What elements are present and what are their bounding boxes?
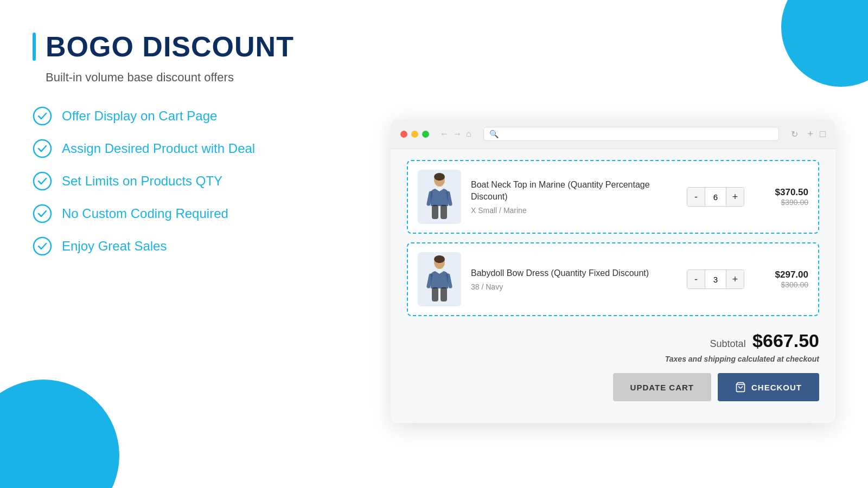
item-babydoll-price-original: $300.00 — [754, 280, 808, 289]
item-babydoll-qty-input[interactable] — [705, 269, 726, 289]
item-babydoll-qty-minus[interactable]: - — [687, 269, 705, 289]
browser-dots — [400, 131, 429, 138]
cart-icon — [735, 382, 746, 393]
item-boat-neck-qty-minus[interactable]: - — [687, 187, 705, 207]
item-boat-neck: Boat Neck Top in Marine (Quantity Percen… — [407, 160, 819, 234]
item-boat-neck-price-original: $390.00 — [754, 198, 808, 207]
svg-point-0 — [34, 107, 51, 125]
browser-nav: ← → ⌂ — [440, 129, 471, 139]
browser-share[interactable]: □ — [820, 129, 826, 140]
svg-point-6 — [434, 173, 445, 181]
svg-rect-7 — [432, 205, 438, 219]
dot-green[interactable] — [422, 131, 429, 138]
feature-no-coding-label: No Custom Coding Required — [62, 206, 228, 221]
feature-great-sales-label: Enjoy Great Sales — [62, 239, 167, 254]
svg-point-3 — [34, 205, 51, 222]
browser-plus[interactable]: + — [808, 129, 814, 140]
cart-buttons: UPDATE CART CHECKOUT — [407, 373, 819, 401]
nav-home[interactable]: ⌂ — [466, 129, 471, 139]
item-boat-neck-details: Boat Neck Top in Marine (Quantity Percen… — [471, 179, 677, 215]
feature-no-coding: No Custom Coding Required — [33, 204, 336, 223]
update-cart-button[interactable]: UPDATE CART — [613, 373, 711, 401]
page-title: BOGO DISCOUNT — [46, 33, 294, 61]
checkout-label: CHECKOUT — [751, 383, 802, 392]
feature-offer-display-label: Offer Display on Cart Page — [62, 108, 217, 124]
item-boat-neck-image — [418, 170, 461, 224]
checkout-button[interactable]: CHECKOUT — [718, 373, 819, 401]
nav-back[interactable]: ← — [440, 129, 449, 139]
item-babydoll-name: Babydoll Bow Dress (Quantity Fixed Disco… — [471, 267, 677, 279]
browser-addressbar[interactable]: 🔍 — [483, 127, 779, 141]
deco-circle-bottom-left — [0, 380, 119, 488]
browser-actions: + □ — [808, 129, 826, 140]
deco-circle-top-right — [781, 0, 868, 87]
search-icon: 🔍 — [489, 130, 499, 138]
item-boat-neck-name: Boat Neck Top in Marine (Quantity Percen… — [471, 179, 677, 203]
feature-offer-display: Offer Display on Cart Page — [33, 106, 336, 126]
browser-refresh[interactable]: ↻ — [791, 129, 798, 139]
item-boat-neck-price: $370.50$390.00 — [754, 187, 808, 207]
check-icon — [33, 106, 52, 126]
feature-set-limits-label: Set Limits on Products QTY — [62, 174, 222, 189]
svg-point-10 — [434, 255, 445, 263]
browser-topbar: ← → ⌂ 🔍 ↻ + □ — [391, 119, 835, 149]
item-boat-neck-variant: X Small / Marine — [471, 206, 677, 215]
check-icon — [33, 139, 52, 158]
svg-rect-8 — [441, 205, 447, 219]
title-accent — [33, 33, 36, 61]
item-boat-neck-qty-plus[interactable]: + — [726, 187, 744, 207]
cart-content: Boat Neck Top in Marine (Quantity Percen… — [391, 149, 835, 407]
svg-rect-12 — [441, 287, 447, 301]
feature-great-sales: Enjoy Great Sales — [33, 236, 336, 256]
subtotal-amount: $667.50 — [752, 330, 819, 351]
feature-assign-product: Assign Desired Product with Deal — [33, 139, 336, 158]
dot-yellow[interactable] — [411, 131, 418, 138]
browser-mockup: ← → ⌂ 🔍 ↻ + □ Boat Neck Top in Marine — [391, 119, 835, 423]
nav-forward[interactable]: → — [453, 129, 462, 139]
svg-point-2 — [34, 172, 51, 190]
subtotal-label: Subtotal — [710, 338, 746, 349]
dot-red[interactable] — [400, 131, 407, 138]
check-icon — [33, 171, 52, 191]
item-babydoll-price: $297.00$300.00 — [754, 269, 808, 289]
item-babydoll-qty-control: -+ — [687, 269, 744, 289]
svg-rect-11 — [432, 287, 438, 301]
item-boat-neck-qty-control: -+ — [687, 187, 744, 207]
feature-set-limits: Set Limits on Products QTY — [33, 171, 336, 191]
item-babydoll: Babydoll Bow Dress (Quantity Fixed Disco… — [407, 242, 819, 316]
item-babydoll-variant: 38 / Navy — [471, 282, 677, 291]
item-boat-neck-price-current: $370.50 — [754, 187, 808, 198]
svg-point-4 — [34, 237, 51, 255]
item-babydoll-qty-plus[interactable]: + — [726, 269, 744, 289]
title-bar: BOGO DISCOUNT — [33, 33, 336, 61]
subtitle: Built-in volume base discount offers — [46, 70, 336, 85]
tax-note: Taxes and shipping calculated at checkou… — [407, 355, 819, 363]
features-list: Offer Display on Cart Page Assign Desire… — [33, 106, 336, 256]
subtotal-row: Subtotal $667.50 — [407, 325, 819, 355]
check-icon — [33, 204, 52, 223]
left-panel: BOGO DISCOUNT Built-in volume base disco… — [33, 33, 336, 256]
item-babydoll-details: Babydoll Bow Dress (Quantity Fixed Disco… — [471, 267, 677, 291]
item-babydoll-image — [418, 252, 461, 306]
item-boat-neck-qty-input[interactable] — [705, 187, 726, 207]
item-babydoll-price-current: $297.00 — [754, 269, 808, 280]
feature-assign-product-label: Assign Desired Product with Deal — [62, 141, 255, 156]
svg-point-1 — [34, 140, 51, 157]
check-icon — [33, 236, 52, 256]
